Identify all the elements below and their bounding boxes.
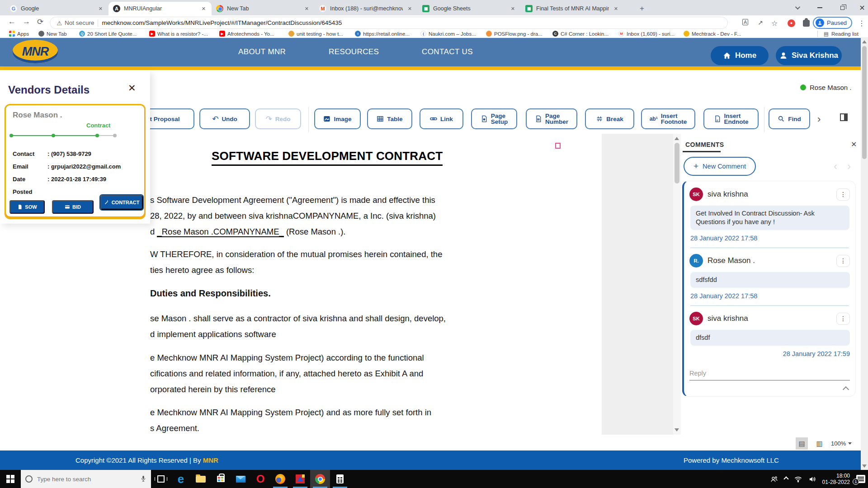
file-explorer-button[interactable]	[191, 470, 211, 488]
undo-button[interactable]: ↶Undo	[199, 108, 250, 129]
restore-button[interactable]	[832, 0, 853, 15]
reply-input[interactable]	[689, 370, 850, 377]
scrollbar-thumb[interactable]	[862, 46, 867, 159]
chrome-button[interactable]	[310, 470, 330, 488]
comment-menu-icon[interactable]: ⋮	[836, 188, 850, 201]
bookmark-apps[interactable]: Apps	[9, 31, 29, 37]
nav-about-mnr[interactable]: ABOUT MNR	[238, 47, 286, 56]
comment-anchor-marker[interactable]	[555, 143, 561, 149]
bookmark-afrotechmods[interactable]: ▶Afrotechmods - Yo...	[219, 31, 274, 37]
opera-button[interactable]: O	[250, 470, 270, 488]
popup-close-icon[interactable]: ✕	[128, 83, 136, 94]
scroll-down-icon[interactable]	[675, 428, 679, 432]
tab-close-icon[interactable]: ✕	[509, 5, 516, 12]
tray-expand-icon[interactable]	[783, 476, 788, 481]
forward-button[interactable]: →	[23, 17, 30, 26]
security-chip[interactable]: ⚠ Not secure	[57, 19, 94, 27]
tab-google-sheets[interactable]: ▦ Google Sheets ✕	[418, 2, 521, 15]
start-button[interactable]	[0, 470, 21, 488]
reading-list-button[interactable]: ▤Reading list	[824, 31, 859, 37]
tab-close-icon[interactable]: ✕	[406, 5, 413, 12]
comments-next-icon[interactable]: ›	[847, 160, 851, 173]
insert-endnote-button[interactable]: InsertEndnote	[703, 108, 759, 129]
translate-icon[interactable]: A	[742, 19, 748, 25]
document-scrollbar[interactable]	[673, 134, 681, 435]
url-field[interactable]: ⚠ Not secure mechknow.com/SampleWorks/MN…	[50, 17, 728, 29]
search-input[interactable]	[37, 476, 136, 483]
new-comment-button[interactable]: + New Comment	[684, 157, 756, 176]
insert-footnote-button[interactable]: ab¹ InsertFootnote	[641, 108, 695, 129]
bookmark-quotes[interactable]: Q20 Short Life Quote...	[79, 31, 137, 37]
tab-close-icon[interactable]: ✕	[303, 5, 310, 12]
taskbar-clock[interactable]: 18:00 01-28-2022	[822, 473, 850, 485]
bookmark-naukri[interactable]: (Naukri.com – Jobs...	[420, 31, 476, 37]
comment-menu-icon[interactable]: ⋮	[836, 255, 850, 267]
share-icon[interactable]: ↗	[758, 19, 763, 26]
extension-red-icon[interactable]: ●	[788, 19, 795, 27]
toolbar-overflow-button[interactable]: ›	[817, 113, 821, 125]
table-button[interactable]: Table	[367, 108, 412, 129]
print-layout-icon[interactable]: ▥	[813, 437, 826, 450]
bookmark-unit-testing[interactable]: unit testing - how t...	[288, 31, 343, 37]
tab-inbox[interactable]: M Inbox (188) - suri@mechknowso ✕	[315, 2, 418, 15]
firefox-button[interactable]	[270, 470, 290, 488]
home-button[interactable]: Home	[711, 46, 769, 65]
edge-button[interactable]: e	[171, 470, 191, 488]
calculator-button[interactable]	[330, 470, 350, 488]
tab-mnruiangular[interactable]: A MNRUIAngular ✕	[108, 2, 212, 15]
comments-close-icon[interactable]: ✕	[851, 140, 857, 149]
tab-close-icon[interactable]: ✕	[200, 5, 207, 12]
zoom-control[interactable]: 100%	[831, 440, 852, 447]
footer-brand[interactable]: MNR	[203, 456, 218, 464]
browser-scrollbar[interactable]	[861, 38, 868, 470]
task-view-button[interactable]	[151, 470, 171, 488]
bookmark-new-tab[interactable]: New Tab	[38, 31, 67, 37]
bid-button[interactable]: BID	[52, 200, 94, 214]
image-button[interactable]: Image	[314, 108, 361, 129]
profile-paused-button[interactable]: Paused	[813, 17, 852, 29]
bookmark-star-icon[interactable]: ☆	[771, 19, 778, 28]
bookmark-inbox[interactable]: MInbox (1,609) - suri...	[618, 31, 675, 37]
action-center-icon[interactable]: 1	[856, 475, 865, 483]
tab-new-tab[interactable]: New Tab ✕	[212, 2, 315, 15]
bookmark-posflow[interactable]: POSFlow.png - dra...	[486, 31, 542, 37]
bookmark-retail-online[interactable]: ihttps://retail.online...	[355, 31, 410, 37]
panel-toggle-icon[interactable]	[840, 113, 848, 121]
contract-button[interactable]: CONTRACT	[100, 195, 143, 210]
nav-contact-us[interactable]: CONTACT US	[422, 47, 473, 56]
taskbar-search[interactable]	[21, 470, 151, 488]
people-icon[interactable]	[770, 475, 778, 483]
back-button[interactable]: ←	[8, 17, 16, 26]
bookmark-mechtrack[interactable]: Mechtrack - Dev - F...	[684, 31, 741, 37]
tab-close-icon[interactable]: ✕	[97, 5, 104, 12]
bookmark-resistor[interactable]: ▶What is a resistor? -...	[149, 31, 208, 37]
mnr-logo[interactable]: MNR	[13, 40, 58, 63]
tab-search-button[interactable]	[787, 0, 807, 15]
new-tab-button[interactable]: +	[637, 4, 647, 14]
mail-button[interactable]	[231, 470, 250, 488]
tab-google[interactable]: G Google ✕	[5, 2, 108, 15]
sow-button[interactable]: SOW	[9, 200, 45, 214]
extensions-puzzle-icon[interactable]	[803, 20, 810, 27]
wifi-icon[interactable]	[794, 475, 802, 483]
minimize-button[interactable]	[809, 0, 830, 15]
adobe-button[interactable]	[290, 470, 310, 488]
browser-menu-icon[interactable]: ⋮	[858, 19, 865, 28]
close-window-button[interactable]: ✕	[852, 0, 868, 15]
scroll-up-icon[interactable]	[675, 137, 679, 140]
scroll-down-icon[interactable]	[862, 465, 867, 468]
nav-resources[interactable]: RESOURCES	[329, 47, 379, 56]
comments-prev-icon[interactable]: ‹	[834, 160, 837, 173]
page-view-icon[interactable]: ▤	[796, 437, 808, 450]
comment-menu-icon[interactable]: ⋮	[836, 313, 850, 325]
redo-button[interactable]: ↷Redo	[255, 108, 301, 129]
user-button[interactable]: Siva Krishna	[776, 46, 842, 65]
tab-close-icon[interactable]: ✕	[613, 5, 619, 12]
page-number-button[interactable]: PageNumber	[526, 108, 577, 129]
store-button[interactable]	[211, 470, 231, 488]
link-button[interactable]: Link	[420, 108, 463, 129]
break-button[interactable]: Break	[585, 108, 634, 129]
scrollbar-thumb[interactable]	[675, 143, 679, 183]
tab-final-tests[interactable]: ▦ Final Tests of MNR AI Mapping S ✕	[521, 2, 624, 15]
collapse-chevron-icon[interactable]	[843, 386, 849, 393]
